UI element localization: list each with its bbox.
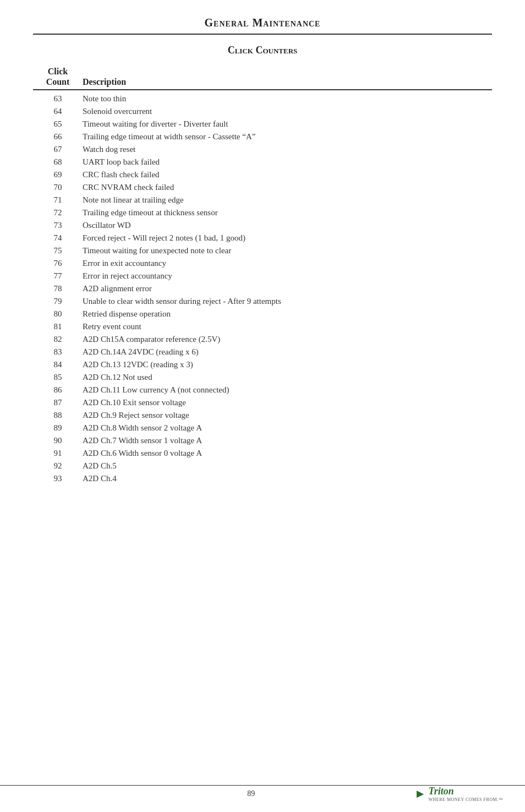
row-desc: A2D Ch.13 12VDC (reading x 3) — [83, 360, 492, 369]
table-row: 91A2D Ch.6 Width sensor 0 voltage A — [33, 447, 492, 460]
row-desc: Forced reject - Will reject 2 notes (1 b… — [83, 233, 492, 243]
page-header-title: General Maintenance — [205, 17, 321, 29]
table-row: 69CRC flash check failed — [33, 168, 492, 181]
row-desc: UART loop back failed — [83, 157, 492, 167]
row-desc: A2D Ch.4 — [83, 474, 492, 483]
row-desc: Timeout waiting for unexpected note to c… — [83, 246, 492, 255]
row-count: 79 — [33, 297, 83, 306]
row-count: 73 — [33, 221, 83, 230]
row-desc: A2D Ch.14A 24VDC (reading x 6) — [83, 347, 492, 357]
row-count: 92 — [33, 461, 83, 471]
table-row: 84A2D Ch.13 12VDC (reading x 3) — [33, 358, 492, 371]
table-row: 83A2D Ch.14A 24VDC (reading x 6) — [33, 346, 492, 358]
row-desc: Error in reject accountancy — [83, 271, 492, 281]
table-row: 88A2D Ch.9 Reject sensor voltage — [33, 409, 492, 422]
row-desc: CRC NVRAM check failed — [83, 183, 492, 192]
row-count: 67 — [33, 145, 83, 154]
table-container: Click Count Description 63Note too thin6… — [33, 66, 492, 485]
row-desc: Note not linear at trailing edge — [83, 195, 492, 205]
row-count: 84 — [33, 360, 83, 369]
row-count: 72 — [33, 208, 83, 217]
table-row: 77Error in reject accountancy — [33, 270, 492, 282]
row-desc: A2D Ch.7 Width sensor 1 voltage A — [83, 436, 492, 445]
table-row: 63Note too thin — [33, 92, 492, 105]
row-desc: Retry event count — [83, 322, 492, 331]
table-row: 71Note not linear at trailing edge — [33, 194, 492, 206]
table-row: 68UART loop back failed — [33, 156, 492, 168]
row-desc: Timeout waiting for diverter - Diverter … — [83, 119, 492, 129]
page-number: 89 — [247, 789, 255, 798]
row-desc: A2D Ch.10 Exit sensor voltage — [83, 398, 492, 407]
row-count: 70 — [33, 183, 83, 192]
table-row: 79Unable to clear width sensor during re… — [33, 295, 492, 308]
row-count: 76 — [33, 259, 83, 268]
row-desc: A2D Ch.5 — [83, 461, 492, 471]
row-desc: A2D alignment error — [83, 284, 492, 293]
col-desc-header: Description — [83, 77, 492, 87]
row-count: 68 — [33, 157, 83, 167]
row-desc: Oscillator WD — [83, 221, 492, 230]
row-desc: Trailing edge timeout at width sensor - … — [83, 132, 492, 141]
row-count: 74 — [33, 233, 83, 243]
triton-arrow-icon: ► — [414, 787, 426, 801]
table-row: 92A2D Ch.5 — [33, 460, 492, 472]
table-row: 74Forced reject - Will reject 2 notes (1… — [33, 232, 492, 244]
table-row: 64Solenoid overcurrent — [33, 105, 492, 118]
table-row: 70CRC NVRAM check failed — [33, 181, 492, 194]
row-desc: Retried dispense operation — [83, 309, 492, 319]
table-row: 75Timeout waiting for unexpected note to… — [33, 244, 492, 257]
table-row: 85A2D Ch.12 Not used — [33, 371, 492, 384]
row-desc: Error in exit accountancy — [83, 259, 492, 268]
row-desc: Solenoid overcurrent — [83, 107, 492, 116]
col-count-header: Click Count — [33, 66, 83, 87]
row-desc: A2D Ch.6 Width sensor 0 voltage A — [83, 449, 492, 458]
table-row: 73Oscillator WD — [33, 219, 492, 232]
row-count: 75 — [33, 246, 83, 255]
table-row: 86A2D Ch.11 Low currency A (not connecte… — [33, 384, 492, 396]
table-row: 82A2D Ch15A comparator reference (2.5V) — [33, 333, 492, 346]
table-row: 80Retried dispense operation — [33, 308, 492, 320]
page-footer: 89 ► Triton WHERE MONEY COMES FROM.™ — [0, 785, 525, 802]
table-header: Click Count Description — [33, 66, 492, 90]
row-count: 65 — [33, 119, 83, 129]
row-desc: A2D Ch.8 Width sensor 2 voltage A — [83, 423, 492, 433]
table-row: 76Error in exit accountancy — [33, 257, 492, 270]
row-count: 83 — [33, 347, 83, 357]
row-count: 91 — [33, 449, 83, 458]
section-title: Click Counters — [33, 45, 492, 56]
table-row: 67Watch dog reset — [33, 143, 492, 156]
table-row: 93A2D Ch.4 — [33, 472, 492, 485]
row-desc: CRC flash check failed — [83, 170, 492, 179]
count-label: Count — [33, 77, 83, 87]
row-count: 77 — [33, 271, 83, 281]
row-desc: A2D Ch15A comparator reference (2.5V) — [83, 335, 492, 344]
triton-logo: ► Triton WHERE MONEY COMES FROM.™ — [414, 786, 503, 802]
row-count: 87 — [33, 398, 83, 407]
row-count: 88 — [33, 411, 83, 420]
table-body: 63Note too thin64Solenoid overcurrent65T… — [33, 92, 492, 485]
table-row: 89A2D Ch.8 Width sensor 2 voltage A — [33, 422, 492, 434]
table-row: 65Timeout waiting for diverter - Diverte… — [33, 118, 492, 130]
triton-tagline: WHERE MONEY COMES FROM.™ — [428, 797, 503, 802]
row-desc: A2D Ch.12 Not used — [83, 373, 492, 382]
row-desc: Watch dog reset — [83, 145, 492, 154]
click-label: Click — [33, 66, 83, 77]
row-count: 86 — [33, 385, 83, 395]
row-count: 71 — [33, 195, 83, 205]
row-count: 64 — [33, 107, 83, 116]
triton-name: Triton — [428, 786, 453, 797]
row-desc: Note too thin — [83, 94, 492, 103]
row-count: 93 — [33, 474, 83, 483]
row-count: 81 — [33, 322, 83, 331]
table-row: 66Trailing edge timeout at width sensor … — [33, 130, 492, 143]
row-count: 66 — [33, 132, 83, 141]
row-desc: Trailing edge timeout at thickness senso… — [83, 208, 492, 217]
table-row: 90A2D Ch.7 Width sensor 1 voltage A — [33, 434, 492, 447]
row-count: 63 — [33, 94, 83, 103]
table-row: 78A2D alignment error — [33, 282, 492, 295]
row-count: 78 — [33, 284, 83, 293]
row-count: 89 — [33, 423, 83, 433]
table-row: 81Retry event count — [33, 320, 492, 333]
row-count: 82 — [33, 335, 83, 344]
row-desc: A2D Ch.11 Low currency A (not connected) — [83, 385, 492, 395]
